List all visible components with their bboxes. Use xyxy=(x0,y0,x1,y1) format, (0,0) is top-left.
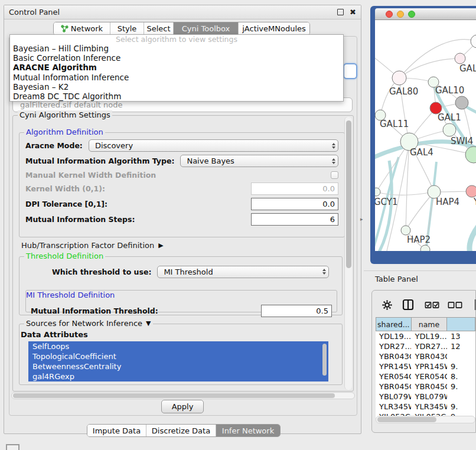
which-threshold-value: MI Threshold xyxy=(164,268,320,276)
tab-label: Network xyxy=(71,24,103,33)
tab-cyni-toolbox[interactable]: Cyni Toolbox xyxy=(174,22,239,35)
network-canvas[interactable]: GALGAL80GAL10GAL1GAL11SWI4GAL4GCY1HAP4YH… xyxy=(375,20,476,251)
top-tab-bar: Network Style Select Cyni Toolbox jActiv… xyxy=(53,22,310,35)
table-row[interactable]: YLR345WYLR345W9. xyxy=(376,402,475,412)
columns-icon[interactable] xyxy=(402,299,414,311)
bottom-tab-bar: Impute Data Discretize Data Infer Networ… xyxy=(87,424,281,437)
table-row[interactable]: YER054CYER054C8. xyxy=(376,371,475,381)
table-toolbar xyxy=(372,295,476,314)
splitter-handle[interactable]: ▸ xyxy=(360,216,363,222)
attribute-option[interactable]: SelfLoops xyxy=(28,341,328,351)
which-threshold-combo[interactable]: MI Threshold xyxy=(157,266,329,278)
mi-type-value: Naive Bayes xyxy=(187,156,330,165)
mi-threshold-field[interactable]: 0.5 xyxy=(261,305,332,317)
algorithm-placeholder: Select algorithm to view settings xyxy=(10,35,343,44)
mi-type-combo[interactable]: Naive Bayes xyxy=(180,155,338,167)
attribute-option[interactable]: TopologicalCoefficient xyxy=(28,351,328,361)
deselect-all-checkboxes-icon[interactable] xyxy=(448,301,462,309)
tab-infer-network[interactable]: Infer Network xyxy=(216,425,280,436)
node-label: GCY1 xyxy=(375,197,398,207)
cyni-algorithm-settings-group: Cyni Algorithm Settings Algorithm Defini… xyxy=(12,115,354,392)
table-cell: 9. xyxy=(447,361,475,371)
table-cell: YDR27... xyxy=(411,341,446,351)
algorithm-option[interactable]: Dream8 DC_TDC Algorithm xyxy=(10,92,343,101)
manual-kernel-label: Manual Kernel Width Definition xyxy=(25,171,156,180)
column-header[interactable]: shared... xyxy=(376,317,412,331)
table-row[interactable]: YDR27...YDR27...12 xyxy=(376,341,475,351)
combo-arrows-icon xyxy=(322,269,326,275)
network-node[interactable] xyxy=(455,96,468,109)
select-all-checkboxes-icon[interactable] xyxy=(425,301,439,309)
collection-combo-value: galFiltered.sif default node xyxy=(20,100,123,109)
sources-title: Sources for Network Inference xyxy=(26,319,142,328)
node-label: GAL4 xyxy=(410,147,433,158)
table-row[interactable]: YBR043CYBR043C xyxy=(376,351,475,361)
column-header[interactable] xyxy=(447,317,475,331)
network-node-swi4[interactable] xyxy=(443,123,456,136)
table-cell: YBL079W xyxy=(411,392,446,402)
table-row[interactable]: YBL079WYBL079W xyxy=(376,392,475,402)
group-title: Algorithm Definition xyxy=(24,128,105,136)
data-attributes-label: Data Attributes xyxy=(21,330,342,339)
close-button[interactable] xyxy=(386,11,393,18)
network-node[interactable] xyxy=(471,35,476,48)
table-row[interactable]: YBR045CYBR045C9. xyxy=(376,381,475,392)
attribute-option[interactable]: BetweennessCentrality xyxy=(28,361,328,371)
table-row[interactable]: YDL19...YDL19...13 xyxy=(376,331,475,341)
apply-button[interactable]: Apply xyxy=(161,400,204,413)
manual-kernel-checkbox[interactable] xyxy=(331,171,338,179)
tab-label: Select xyxy=(146,24,170,33)
network-node-gcy1[interactable] xyxy=(375,188,380,196)
table-cell: 13 xyxy=(447,331,475,341)
algorithm-option[interactable]: Mutual Information Inference xyxy=(10,73,343,82)
network-node-hap2[interactable] xyxy=(401,226,410,235)
network-node-y[interactable] xyxy=(466,185,476,197)
network-node[interactable] xyxy=(465,146,476,163)
tab-label: Impute Data xyxy=(93,426,141,435)
algorithm-option[interactable]: Basic Correlation Inference xyxy=(10,53,343,63)
network-node[interactable] xyxy=(420,245,430,251)
table-horizontal-scrollbar[interactable] xyxy=(376,416,475,423)
kernel-width-field[interactable]: 0.0 xyxy=(251,182,338,195)
table-row[interactable]: YPR145WYPR145W9. xyxy=(376,361,475,371)
algorithm-option[interactable]: Bayesian – Hill Climbing xyxy=(10,44,343,53)
tab-label: Style xyxy=(118,24,137,33)
algorithm-combo-focus-fragment[interactable] xyxy=(343,63,357,79)
table-cell: YER054C xyxy=(411,371,446,381)
tab-jactivemnodules[interactable]: jActiveMNodules xyxy=(239,22,309,35)
dpi-tolerance-field[interactable]: 0.0 xyxy=(251,198,338,210)
attribute-option[interactable]: gal4RGexp xyxy=(28,371,328,381)
tab-impute-data[interactable]: Impute Data xyxy=(87,425,146,436)
dpi-tolerance-label: DPI Tolerance [0,1]: xyxy=(25,200,107,208)
mi-steps-field[interactable]: 6 xyxy=(251,213,338,226)
settings-horizontal-scrollbar[interactable] xyxy=(11,392,355,399)
list-scrollbar[interactable] xyxy=(322,343,327,380)
zoom-button[interactable] xyxy=(408,11,415,18)
settings-vertical-scrollbar[interactable] xyxy=(344,117,352,390)
minimized-window-icon[interactable] xyxy=(6,444,19,450)
table-cell: YBL079W xyxy=(376,392,411,402)
float-window-icon[interactable] xyxy=(337,9,344,15)
group-title: Cyni Algorithm Settings xyxy=(18,110,112,119)
minimize-button[interactable] xyxy=(397,11,404,18)
table-panel-titlebar: Table Panel xyxy=(364,270,476,287)
algorithm-option[interactable]: ARACNE Algorithm xyxy=(10,63,343,72)
expander-expanded-icon[interactable]: ▼ xyxy=(146,319,151,327)
tab-style[interactable]: Style xyxy=(110,22,144,35)
tab-network[interactable]: Network xyxy=(54,22,110,35)
gear-icon[interactable] xyxy=(382,299,393,311)
close-icon[interactable]: ✖ xyxy=(350,9,356,15)
mi-steps-label: Mutual Information Steps: xyxy=(25,215,135,224)
column-header[interactable]: name xyxy=(412,317,448,331)
algorithm-option[interactable]: Bayesian – K2 xyxy=(10,82,343,92)
mi-threshold-label: Mutual Information Threshold: xyxy=(31,306,158,315)
hub-definition-expander[interactable]: Hub/Transcription Factor Definition ▶ xyxy=(21,241,164,250)
network-node-gal80[interactable] xyxy=(392,71,406,85)
table-body: YDL19...YDL19...13YDR27...YDR27...12YBR0… xyxy=(376,331,475,418)
tab-discretize-data[interactable]: Discretize Data xyxy=(146,425,216,436)
table-cell: YPR145W xyxy=(376,361,411,371)
aracne-mode-combo[interactable]: Discovery xyxy=(89,139,338,152)
kernel-width-label: Kernel Width (0,1): xyxy=(25,184,105,193)
network-node-gal[interactable] xyxy=(455,53,465,64)
tab-select[interactable]: Select xyxy=(144,22,174,35)
